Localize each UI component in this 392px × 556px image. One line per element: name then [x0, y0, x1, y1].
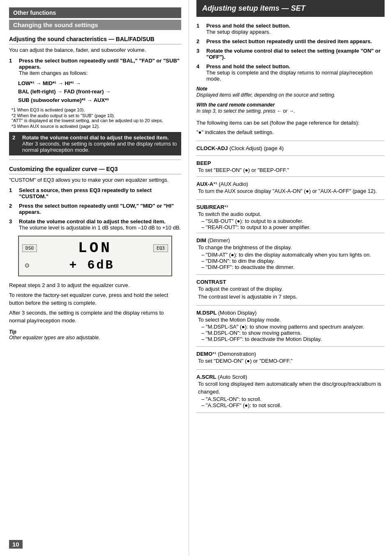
flow-display: LOW*¹ → MID*¹ → HI*¹ → BAL (left-right) …	[18, 79, 181, 105]
note-text: Displayed items will differ, depending o…	[196, 92, 385, 99]
card-remote-text: In step 3, to select the setting, press …	[196, 108, 385, 115]
bal-step1-num: 1	[9, 58, 17, 76]
set-item-title: A.SCRL (Auto Scroll)	[196, 374, 385, 380]
step-num: 2	[196, 38, 205, 44]
set-item-title: CONTRAST	[196, 279, 385, 285]
set-item-body: To turn the AUX source display "AUX-A-ON…	[198, 187, 385, 195]
step-num: 1	[196, 23, 205, 35]
set-item-title: CLOCK-ADJ (Clock Adjust) (page 4)	[196, 145, 385, 151]
set-item-dash: – "SUB-OUT" (●): to output to a subwoofe…	[201, 218, 385, 224]
set-item-dash: – "DIM-ON": to dim the display.	[201, 258, 385, 264]
set-item-mdspl: M.DSPL (Motion Display) To select the Mo…	[196, 310, 385, 343]
intro-para: The following items can be set (follow t…	[196, 119, 385, 127]
bal-step2: 2 Rotate the volume control dial to adju…	[9, 132, 181, 155]
eq3-after1: Repeat steps 2 and 3 to adjust the equal…	[9, 281, 181, 290]
setup-step: 1 Press and hold the select button. The …	[196, 23, 385, 35]
step-num: 3	[196, 48, 205, 60]
set-item-clock-adj: CLOCK-ADJ (Clock Adjust) (page 4)	[196, 145, 385, 151]
note-label: Note	[196, 86, 385, 92]
set-item-body: To set "BEEP-ON" (●) or "BEEP-OFF."	[198, 166, 385, 174]
set-item-title: DEMO*¹ (Demonstration)	[196, 351, 385, 357]
card-remote-label: With the card remote commander	[196, 102, 385, 108]
set-item-beep: BEEP To set "BEEP-ON" (●) or "BEEP-OFF."	[196, 160, 385, 174]
set-items: CLOCK-ADJ (Clock Adjust) (page 4) BEEP T…	[196, 145, 385, 413]
eq3-step3-bold: Rotate the volume control dial to adjust…	[19, 218, 166, 225]
set-item-dash: – "M.DSPL-OFF": to deactivate the Motion…	[201, 336, 385, 342]
set-item-dim: DIM (Dimmer) To change the brightness of…	[196, 237, 385, 270]
eq3-step3-sub: The volume level is adjustable in 1 dB s…	[19, 225, 181, 231]
set-item-body: To set "DEMO-ON" (●) or "DEMO-OFF."	[198, 357, 385, 365]
set-item-title: SUB/REAR*¹	[196, 204, 385, 210]
eq3-step1-bold: Select a source, then press EQ3 repeated…	[19, 187, 152, 199]
set-item-body: The contrast level is adjustable in 7 st…	[198, 293, 385, 301]
setup-steps: 1 Press and hold the select button. The …	[196, 23, 385, 82]
set-item-title: DIM (Dimmer)	[196, 237, 385, 243]
eq3-after2: To restore the factory-set equalizer cur…	[9, 291, 181, 307]
eq3-step1-num: 1	[9, 187, 17, 199]
eq3-section-title: Customizing the equalizer curve — EQ3	[9, 166, 181, 174]
bal-step2-bold: Rotate the volume control dial to adjust…	[22, 134, 169, 141]
set-item-dash: – "DIM-OFF": to deactivate the dimmer.	[201, 264, 385, 270]
fn2: *2 When the audio output is set to "SUB"…	[12, 113, 181, 123]
set-item-dash: – "REAR-OUT": to output to a power ampli…	[201, 224, 385, 230]
tip-label: Tip	[9, 329, 181, 335]
eq3-step2-num: 2	[9, 203, 17, 215]
display-main-top: LON	[37, 240, 153, 257]
step-sub: The setup is complete and the display re…	[206, 70, 373, 82]
subsection-title: Changing the sound settings	[9, 20, 181, 30]
fn1: *1 When EQ3 is activated (page 10).	[12, 107, 181, 112]
step-bold: Press the select button repeatedly until…	[206, 38, 372, 44]
eq3-after3: After 3 seconds, the setting is complete…	[9, 309, 181, 325]
eq3-step2-bold: Press the select button repeatedly until…	[19, 203, 174, 215]
display-dso-label: DSO	[22, 244, 37, 252]
set-item-title: AUX-A*¹ (AUX Audio)	[196, 181, 385, 187]
bal-step1-sub: The item changes as follows:	[19, 70, 88, 76]
page-number: 10	[9, 540, 23, 549]
display-eq3-label: EQ3	[153, 244, 168, 252]
fn3: *3 When AUX source is activated (page 12…	[12, 124, 181, 129]
right-header: Adjusting setup items — SET	[196, 0, 385, 17]
step-bold: Press and hold the select button.	[206, 63, 290, 70]
set-item-dash: – "M.DSPL-SA" (●): to show moving patter…	[201, 324, 385, 330]
eq3-display: DSO LON EQ3 ⊙ + 6dB	[18, 236, 172, 276]
eq3-step3: 3 Rotate the volume control dial to adju…	[9, 218, 181, 231]
bal-step2-sub: After 3 seconds, the setting is complete…	[22, 141, 177, 153]
set-item-dash: – "A.SCRL-OFF" (●): to not scroll.	[201, 402, 385, 408]
step-sub: The setup display appears.	[206, 29, 270, 35]
display-icon: ⊙	[22, 262, 32, 269]
set-item-sub-rear: SUB/REAR*¹ To switch the audio output.– …	[196, 204, 385, 231]
eq3-step1: 1 Select a source, then press EQ3 repeat…	[9, 187, 181, 199]
step-num: 4	[196, 63, 205, 82]
set-item-title: M.DSPL (Motion Display)	[196, 310, 385, 316]
set-item-dash: – "M.DSPL-ON": to show moving patterns.	[201, 330, 385, 336]
setup-step: 3 Rotate the volume control dial to sele…	[196, 48, 385, 60]
eq3-step2: 2 Press the select button repeatedly unt…	[9, 203, 181, 215]
step-bold: Press and hold the select button.	[206, 23, 290, 29]
set-item-ascrl: A.SCRL (Auto Scroll) To scroll long disp…	[196, 374, 385, 408]
set-item-contrast: CONTRAST To adjust the contrast of the d…	[196, 279, 385, 301]
set-item-title: BEEP	[196, 160, 385, 166]
set-item-dash: – "DIM-AT" (●): to dim the display autom…	[201, 252, 385, 258]
set-item-body: To change the brightness of the display.	[198, 243, 385, 252]
set-item-body: To scroll long displayed item automatica…	[198, 380, 385, 396]
bal-intro: You can adjust the balance, fader, and s…	[9, 46, 181, 54]
step-bold: Rotate the volume control dial to select…	[206, 48, 380, 60]
set-item-demo: DEMO*¹ (Demonstration) To set "DEMO-ON" …	[196, 351, 385, 365]
default-note: "●" indicates the default settings.	[196, 128, 385, 137]
set-item-dash: – "A.SCRL-ON": to scroll.	[201, 396, 385, 402]
bal-step1-bold: Press the select button repeatedly until…	[19, 58, 180, 70]
bal-step1: 1 Press the select button repeatedly unt…	[9, 58, 181, 76]
set-item-body: To switch the audio output.	[198, 210, 385, 218]
eq3-step3-num: 3	[9, 218, 17, 231]
set-item-body: To adjust the contrast of the display.	[198, 285, 385, 293]
section-title: Other functions	[9, 7, 181, 18]
setup-step: 4 Press and hold the select button. The …	[196, 63, 385, 82]
tip-text: Other equalizer types are also adjustabl…	[9, 335, 181, 341]
eq3-intro: "CUSTOM" of EQ3 allows you to make your …	[9, 176, 181, 184]
setup-step: 2 Press the select button repeatedly unt…	[196, 38, 385, 44]
bal-step2-num: 2	[12, 134, 21, 153]
display-main-bottom: + 6dB	[32, 258, 152, 272]
set-item-aux-a: AUX-A*¹ (AUX Audio) To turn the AUX sour…	[196, 181, 385, 195]
bal-section-title: Adjusting the sound characteristics — BA…	[9, 36, 181, 44]
set-item-body: To select the Motion Display mode.	[198, 316, 385, 324]
